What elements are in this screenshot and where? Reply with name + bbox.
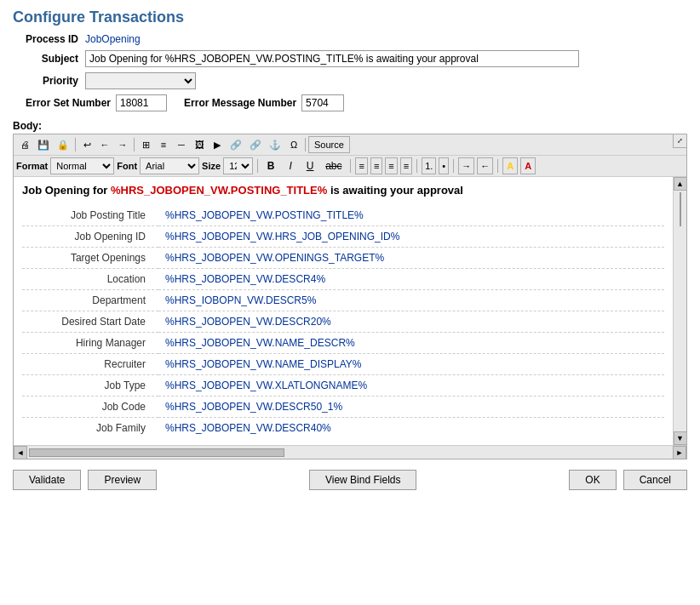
ok-button[interactable]: OK bbox=[569, 470, 616, 490]
toolbar-undo-icon[interactable]: ← bbox=[96, 136, 113, 153]
indent-button[interactable]: → bbox=[458, 157, 474, 174]
field-value: %HRS_JOBOPEN_VW.DESCR50_1% bbox=[158, 397, 664, 418]
font-select[interactable]: Arial bbox=[140, 157, 199, 174]
toolbar-unlink-icon[interactable]: 🔗 bbox=[246, 136, 265, 153]
toolbar-tablerow-icon[interactable]: ≡ bbox=[155, 136, 172, 153]
toolbar-sep-3 bbox=[305, 138, 306, 151]
subject-row: Subject bbox=[13, 50, 687, 67]
editor-wrapper: Job Opening for %HRS_JOBOPEN_VW.POSTING_… bbox=[14, 177, 686, 445]
priority-select[interactable] bbox=[85, 72, 196, 89]
toolbar-table-icon[interactable]: ⊞ bbox=[137, 136, 154, 153]
field-label: Recruiter bbox=[22, 354, 158, 375]
table-row: Location %HRS_JOBOPEN_VW.DESCR4% bbox=[22, 269, 664, 290]
field-value: %HRS_IOBOPN_VW.DESCR5% bbox=[158, 290, 664, 311]
editor-scroll-area[interactable]: Job Opening for %HRS_JOBOPEN_VW.POSTING_… bbox=[14, 177, 673, 445]
content-area: Job Opening for %HRS_JOBOPEN_VW.POSTING_… bbox=[14, 177, 673, 445]
content-header-suffix: is awaiting your approval bbox=[327, 184, 463, 197]
table-row: Target Openings %HRS_JOBOPEN_VW.OPENINGS… bbox=[22, 248, 664, 269]
h-scrollbar: ◄ ► bbox=[14, 445, 686, 459]
field-label: Target Openings bbox=[22, 248, 158, 269]
h-scroll-thumb[interactable] bbox=[29, 448, 284, 457]
error-set-item: Error Set Number bbox=[26, 94, 167, 111]
align-justify-button[interactable]: ≡ bbox=[400, 157, 412, 174]
toolbar-anchor-icon[interactable]: ⚓ bbox=[266, 136, 284, 153]
list-ol-button[interactable]: 1. bbox=[422, 157, 436, 174]
priority-row: Priority bbox=[13, 72, 687, 89]
field-label: Job Code bbox=[22, 397, 158, 418]
toolbar-save-icon[interactable]: 💾 bbox=[34, 136, 53, 153]
toolbar-sep-1 bbox=[75, 138, 76, 151]
subject-input[interactable] bbox=[85, 50, 579, 67]
toolbar-print-icon[interactable]: 🖨 bbox=[16, 136, 33, 153]
toolbar-char-icon[interactable]: Ω bbox=[285, 136, 302, 153]
form-section: Process ID JobOpening Subject Priority E… bbox=[0, 33, 700, 111]
process-id-label: Process ID bbox=[13, 33, 85, 45]
subject-label: Subject bbox=[13, 53, 85, 65]
field-label: Job Family bbox=[22, 418, 158, 439]
page-title: Configure Transactions bbox=[0, 0, 700, 33]
content-header-highlight: %HRS_JOBOPEN_VW.POSTING_TITLE% bbox=[111, 184, 327, 197]
field-label: Desired Start Date bbox=[22, 311, 158, 333]
toolbar-row-1: 🖨 💾 🔒 ↩ ← → ⊞ ≡ ─ 🖼 ▶ 🔗 🔗 ⚓ Ω Source bbox=[14, 134, 686, 156]
table-row: Job Posting Title %HRS_JOBOPEN_VW.POSTIN… bbox=[22, 205, 664, 226]
cancel-button[interactable]: Cancel bbox=[623, 470, 687, 490]
format-sep-2 bbox=[350, 159, 351, 173]
bg-color-button[interactable]: A bbox=[502, 157, 518, 174]
process-id-value: JobOpening bbox=[85, 33, 141, 45]
italic-button[interactable]: I bbox=[282, 157, 299, 174]
list-ul-button[interactable]: • bbox=[439, 157, 449, 174]
process-id-row: Process ID JobOpening bbox=[13, 33, 687, 45]
align-left-button[interactable]: ≡ bbox=[355, 157, 367, 174]
error-set-input[interactable] bbox=[116, 94, 167, 111]
toolbar-row-2: Format Normal Font Arial Size 12 B I U a… bbox=[14, 156, 686, 177]
h-scroll-left-arrow[interactable]: ◄ bbox=[14, 446, 27, 459]
align-right-button[interactable]: ≡ bbox=[385, 157, 397, 174]
table-row: Hiring Manager %HRS_JOBOPEN_VW.NAME_DESC… bbox=[22, 333, 664, 354]
format-sep-4 bbox=[453, 159, 454, 173]
table-row: Recruiter %HRS_JOBOPEN_VW.NAME_DISPLAY% bbox=[22, 354, 664, 375]
scroll-thumb[interactable] bbox=[680, 192, 681, 226]
body-label: Body: bbox=[0, 117, 700, 134]
format-sep-1 bbox=[257, 159, 258, 173]
field-value: %HRS_JOBOPEN_VW.POSTING_TITLE% bbox=[158, 205, 664, 226]
size-label: Size bbox=[202, 161, 221, 171]
toolbar-hr-icon[interactable]: ─ bbox=[173, 136, 190, 153]
table-row: Job Type %HRS_JOBOPEN_VW.XLATLONGNAME% bbox=[22, 375, 664, 397]
bold-button[interactable]: B bbox=[262, 157, 279, 174]
field-value: %HRS_JOBOPEN_VW.NAME_DISPLAY% bbox=[158, 354, 664, 375]
toolbar-image-icon[interactable]: 🖼 bbox=[191, 136, 208, 153]
table-row: Department %HRS_IOBOPN_VW.DESCR5% bbox=[22, 290, 664, 311]
center-btn-group: View Bind Fields bbox=[309, 470, 417, 490]
table-row: Desired Start Date %HRS_JOBOPEN_VW.DESCR… bbox=[22, 311, 664, 333]
content-header: Job Opening for %HRS_JOBOPEN_VW.POSTING_… bbox=[22, 184, 664, 197]
source-button[interactable]: Source bbox=[308, 136, 350, 153]
strikethrough-button[interactable]: abc bbox=[321, 157, 346, 174]
format-select[interactable]: Normal bbox=[50, 157, 114, 174]
outdent-button[interactable]: ← bbox=[477, 157, 493, 174]
format-label: Format bbox=[16, 161, 48, 171]
content-header-prefix: Job Opening for bbox=[22, 184, 111, 197]
scroll-up-arrow[interactable]: ▲ bbox=[674, 177, 687, 191]
view-bind-button[interactable]: View Bind Fields bbox=[309, 470, 417, 490]
size-select[interactable]: 12 bbox=[223, 157, 253, 174]
expand-icon[interactable]: ⤢ bbox=[673, 134, 686, 148]
field-value: %HRS_JOBOPEN_VW.DESCR20% bbox=[158, 311, 664, 333]
format-sep-3 bbox=[416, 159, 417, 173]
toolbar-redo-icon[interactable]: → bbox=[114, 136, 131, 153]
align-center-button[interactable]: ≡ bbox=[370, 157, 382, 174]
scroll-down-arrow[interactable]: ▼ bbox=[674, 431, 687, 445]
field-value: %HRS_JOBOPEN_VW.DESCR4% bbox=[158, 269, 664, 290]
error-msg-input[interactable] bbox=[301, 94, 344, 111]
toolbar-link-icon[interactable]: 🔗 bbox=[227, 136, 245, 153]
toolbar-undo2-icon[interactable]: ↩ bbox=[78, 136, 95, 153]
h-scroll-right-arrow[interactable]: ► bbox=[673, 446, 686, 459]
toolbar-flash-icon[interactable]: ▶ bbox=[209, 136, 226, 153]
underline-button[interactable]: U bbox=[301, 157, 318, 174]
preview-button[interactable]: Preview bbox=[88, 470, 157, 490]
font-color-button[interactable]: A bbox=[520, 157, 536, 174]
scroll-track bbox=[678, 191, 683, 431]
right-scrollbar: ▲ ▼ bbox=[673, 177, 686, 445]
validate-button[interactable]: Validate bbox=[13, 470, 81, 490]
left-btn-group: Validate Preview bbox=[13, 470, 157, 490]
toolbar-lock-icon[interactable]: 🔒 bbox=[54, 136, 72, 153]
